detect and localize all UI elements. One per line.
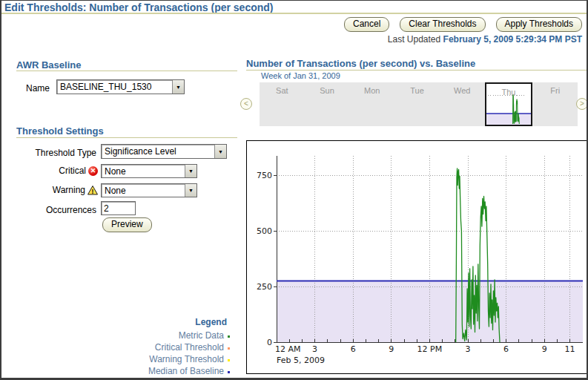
awr-baseline-divider [16,71,237,71]
title-divider [1,13,587,14]
x-tick-label: 6 [503,344,509,354]
threshold-type-select[interactable]: Significance Level ▼ [101,144,227,159]
week-prev-button[interactable]: < [240,98,252,110]
warning-triangle-icon: ! [87,186,98,195]
x-tick-label: 12 AM [275,344,301,354]
day-cell-tue[interactable]: Tue [394,82,440,126]
y-tick-label: 0 [267,338,272,347]
warning-label-row: Warning ! [1,185,98,195]
baseline-name-value: BASELINE_THU_1530 [57,80,172,94]
edit-thresholds-page: Edit Thresholds: Number of Transactions … [0,0,588,380]
legend-item: Metric Data [105,330,230,341]
preview-button[interactable]: Preview [102,217,152,232]
week-caption: Week of Jan 31, 2009 [261,71,340,80]
warning-threshold-swatch [228,359,230,361]
warning-label: Warning [53,185,85,195]
dropdown-arrow-icon: ▼ [172,80,184,94]
critical-threshold-swatch [228,347,230,350]
dropdown-arrow-icon: ▼ [185,165,196,177]
threshold-type-value: Significance Level [102,145,214,158]
legend-item: Median of Baseline [105,365,230,377]
warning-select[interactable]: None ▼ [101,183,197,197]
occurrences-label: Occurrences [1,205,96,215]
chevron-left-icon: < [244,99,248,108]
x-tick-label: 11 [565,344,575,354]
x-tick-label: 9 [389,344,394,354]
x-tick-label: 6 [351,344,356,354]
threshold-settings-heading: Threshold Settings [16,125,104,137]
occurrences-input[interactable] [101,201,136,215]
day-cell-wed[interactable]: Wed [440,82,485,126]
day-cell-sat[interactable]: Sat [260,82,305,126]
day-cell-mon[interactable]: Mon [349,82,394,126]
x-tick-label: 3 [312,344,317,354]
metric-data-swatch [228,335,230,338]
metric-chart-svg: 025050075012 AM36912 PM36911 Feb 5, 2009 [247,141,587,373]
page-title: Edit Thresholds: Number of Transactions … [4,1,274,13]
y-tick-label: 250 [257,282,272,292]
week-strip: Sat Sun Mon Tue Wed Thu Fri [260,82,578,126]
dropdown-arrow-icon: ▼ [185,184,196,197]
critical-label: Critical [59,166,86,176]
critical-value: None [102,165,185,177]
legend-item-label: Metric Data [179,330,224,341]
toolbar: Cancel Clear Thresholds Apply Thresholds [344,17,582,32]
x-tick-label: 12 PM [417,344,443,354]
last-updated-value: February 5, 2009 5:29:34 PM PST [443,34,582,45]
threshold-settings-divider [16,137,237,138]
svg-text:!: ! [92,187,94,194]
last-updated-label: Last Updated [388,34,440,45]
median-baseline-swatch [228,371,230,373]
threshold-type-label: Threshold Type [1,148,96,158]
day-cell-thu-selected[interactable]: Thu [485,82,533,126]
chart-heading-divider [246,70,588,71]
legend-item-label: Median of Baseline [148,365,224,377]
metric-chart: 025050075012 AM36912 PM36911 Feb 5, 2009 [246,140,588,374]
mini-baseline-band [486,114,532,125]
baseline-name-label: Name [26,83,50,94]
apply-thresholds-button[interactable]: Apply Thresholds [496,17,583,32]
metric-line [456,168,500,342]
awr-baseline-heading: AWR Baseline [16,59,81,71]
dropdown-arrow-icon: ▼ [214,145,226,158]
legend-item-label: Warning Threshold [149,353,224,365]
cancel-button[interactable]: Cancel [344,17,389,32]
y-tick-label: 500 [257,226,272,236]
chevron-right-icon: > [580,99,584,108]
clear-thresholds-button[interactable]: Clear Thresholds [400,17,485,32]
critical-select[interactable]: None ▼ [101,164,197,178]
legend-item-label: Critical Threshold [155,341,224,353]
day-cell-sun[interactable]: Sun [305,82,350,126]
legend-item: Critical Threshold [105,341,230,353]
critical-label-row: Critical ✕ [1,166,98,176]
week-next-button[interactable]: > [576,98,588,110]
x-tick-label: 3 [466,344,471,354]
legend-item: Warning Threshold [105,353,230,365]
baseline-name-select[interactable]: BASELINE_THU_1530 ▼ [56,79,185,94]
critical-error-icon: ✕ [88,166,98,176]
legend-heading: Legend [105,317,230,327]
chart-legend: Legend Metric Data Critical Threshold Wa… [105,317,230,377]
day-cell-fri[interactable]: Fri [532,82,578,126]
chart-heading: Number of Transactions (per second) vs. … [246,58,475,69]
x-tick-label: 9 [542,344,547,354]
warning-value: None [102,184,185,197]
y-tick-label: 750 [257,171,272,180]
mini-metric-line [512,94,519,124]
x-axis-date: Feb 5, 2009 [277,356,325,365]
last-updated: Last Updated February 5, 2009 5:29:34 PM… [388,34,582,45]
